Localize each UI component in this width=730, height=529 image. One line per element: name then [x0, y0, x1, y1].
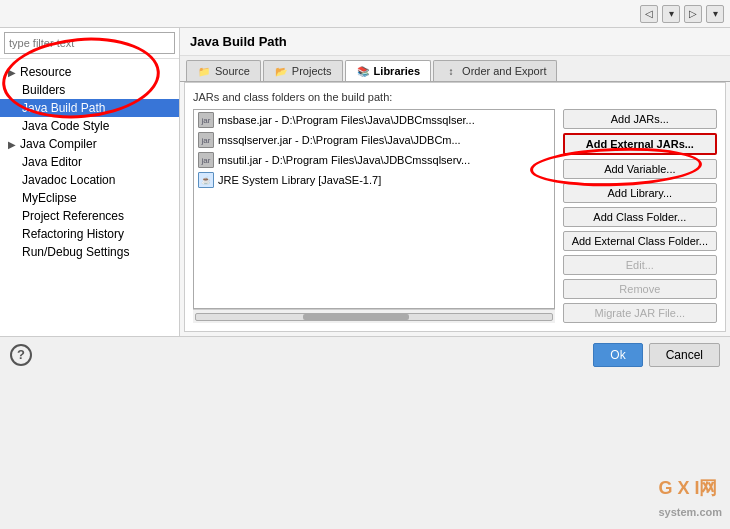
nav-arrow: ▶: [8, 67, 16, 78]
ok-button[interactable]: Ok: [593, 343, 642, 367]
tab-label: Libraries: [374, 65, 420, 77]
nav-item-label: Java Editor: [22, 155, 82, 169]
nav-item-javadoc-location[interactable]: Javadoc Location: [0, 171, 179, 189]
tab-icon: ↕: [444, 64, 458, 78]
tab-libraries[interactable]: 📚Libraries: [345, 60, 431, 81]
nav-item-refactoring-history[interactable]: Refactoring History: [0, 225, 179, 243]
add-class-folder-button[interactable]: Add Class Folder...: [563, 207, 717, 227]
toolbar-menu-btn[interactable]: ▾: [706, 5, 724, 23]
buttons-column: Add JARs...Add External JARs...Add Varia…: [563, 109, 717, 323]
nav-item-label: Java Build Path: [22, 101, 105, 115]
nav-item-java-code-style[interactable]: Java Code Style: [0, 117, 179, 135]
nav-item-label: Project References: [22, 209, 124, 223]
remove-button: Remove: [563, 279, 717, 299]
nav-item-java-editor[interactable]: Java Editor: [0, 153, 179, 171]
nav-item-label: Java Compiler: [20, 137, 97, 151]
tab-order-and-export[interactable]: ↕Order and Export: [433, 60, 557, 81]
filter-container: [0, 28, 179, 59]
scroll-track[interactable]: [195, 313, 553, 321]
toolbar-forward-btn[interactable]: ▷: [684, 5, 702, 23]
right-panel: Java Build Path 📁Source📂Projects📚Librari…: [180, 28, 730, 336]
toolbar-dropdown-btn[interactable]: ▾: [662, 5, 680, 23]
nav-item-builders[interactable]: Builders: [0, 81, 179, 99]
horizontal-scrollbar[interactable]: [193, 309, 555, 323]
tab-icon: 📂: [274, 64, 288, 78]
jar-icon: jar: [198, 132, 214, 148]
tab-source[interactable]: 📁Source: [186, 60, 261, 81]
add-variable-button[interactable]: Add Variable...: [563, 159, 717, 179]
nav-item-label: Refactoring History: [22, 227, 124, 241]
scroll-thumb: [303, 314, 410, 320]
add-ext-class-folder-button[interactable]: Add External Class Folder...: [563, 231, 717, 251]
filter-input[interactable]: [4, 32, 175, 54]
nav-item-run/debug-settings[interactable]: Run/Debug Settings: [0, 243, 179, 261]
cancel-button[interactable]: Cancel: [649, 343, 720, 367]
jar-label: JRE System Library [JavaSE-1.7]: [218, 174, 381, 186]
toolbar-back-btn[interactable]: ◁: [640, 5, 658, 23]
jre-icon: ☕: [198, 172, 214, 188]
content-desc: JARs and class folders on the build path…: [193, 91, 717, 103]
left-nav: ▶ResourceBuildersJava Build PathJava Cod…: [0, 59, 179, 336]
nav-item-myeclipse[interactable]: MyEclipse: [0, 189, 179, 207]
tab-label: Order and Export: [462, 65, 546, 77]
nav-item-label: MyEclipse: [22, 191, 77, 205]
jar-item[interactable]: ☕JRE System Library [JavaSE-1.7]: [194, 170, 554, 190]
jar-list: jarmsbase.jar - D:\Program Files\Java\JD…: [193, 109, 555, 309]
panel-title: Java Build Path: [180, 28, 730, 56]
jar-label: msbase.jar - D:\Program Files\Java\JDBCm…: [218, 114, 475, 126]
nav-arrow: ▶: [8, 139, 16, 150]
add-jars-button[interactable]: Add JARs...: [563, 109, 717, 129]
nav-item-label: Javadoc Location: [22, 173, 115, 187]
jar-label: mssqlserver.jar - D:\Program Files\Java\…: [218, 134, 461, 146]
tab-icon: 📁: [197, 64, 211, 78]
bottom-bar: ? Ok Cancel: [0, 336, 730, 372]
left-panel: ▶ResourceBuildersJava Build PathJava Cod…: [0, 28, 180, 336]
nav-item-label: Run/Debug Settings: [22, 245, 129, 259]
tabs-bar: 📁Source📂Projects📚Libraries↕Order and Exp…: [180, 56, 730, 82]
tab-icon: 📚: [356, 64, 370, 78]
add-library-button[interactable]: Add Library...: [563, 183, 717, 203]
jar-item[interactable]: jarmssqlserver.jar - D:\Program Files\Ja…: [194, 130, 554, 150]
jar-label: msutil.jar - D:\Program Files\Java\JDBCm…: [218, 154, 470, 166]
help-icon[interactable]: ?: [10, 344, 32, 366]
edit-button: Edit...: [563, 255, 717, 275]
jar-icon: jar: [198, 112, 214, 128]
bottom-buttons: Ok Cancel: [593, 343, 720, 367]
tab-label: Source: [215, 65, 250, 77]
tab-label: Projects: [292, 65, 332, 77]
content-area: JARs and class folders on the build path…: [184, 82, 726, 332]
nav-item-label: Resource: [20, 65, 71, 79]
jar-item[interactable]: jarmsbase.jar - D:\Program Files\Java\JD…: [194, 110, 554, 130]
nav-item-resource[interactable]: ▶Resource: [0, 63, 179, 81]
nav-item-project-references[interactable]: Project References: [0, 207, 179, 225]
migrate-jar-button: Migrate JAR File...: [563, 303, 717, 323]
tab-projects[interactable]: 📂Projects: [263, 60, 343, 81]
nav-item-java-compiler[interactable]: ▶Java Compiler: [0, 135, 179, 153]
jar-item[interactable]: jarmsutil.jar - D:\Program Files\Java\JD…: [194, 150, 554, 170]
nav-item-java-build-path[interactable]: Java Build Path: [0, 99, 179, 117]
main-area: ▶ResourceBuildersJava Build PathJava Cod…: [0, 28, 730, 336]
add-external-jars-button[interactable]: Add External JARs...: [563, 133, 717, 155]
nav-item-label: Java Code Style: [22, 119, 109, 133]
watermark: G X I网system.com: [658, 476, 722, 521]
top-toolbar: ◁ ▾ ▷ ▾: [0, 0, 730, 28]
nav-item-label: Builders: [22, 83, 65, 97]
list-buttons-row: jarmsbase.jar - D:\Program Files\Java\JD…: [193, 109, 717, 323]
jar-icon: jar: [198, 152, 214, 168]
